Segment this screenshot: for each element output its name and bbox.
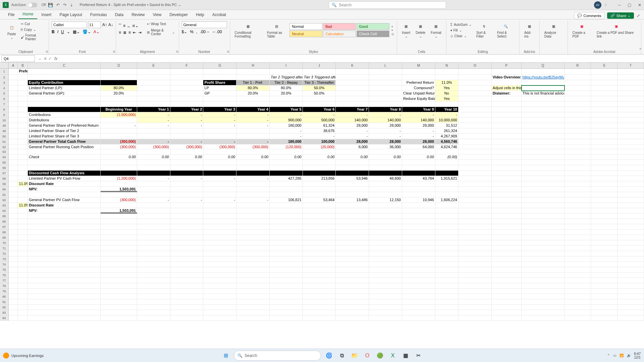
cell[interactable]	[402, 294, 435, 299]
cell[interactable]	[618, 278, 644, 283]
cell[interactable]	[28, 214, 101, 219]
cell[interactable]	[203, 299, 236, 305]
font-name-select[interactable]	[52, 21, 87, 28]
cell[interactable]: Preferred Return	[402, 80, 435, 85]
cell[interactable]	[459, 230, 492, 235]
cell[interactable]: -	[203, 176, 236, 181]
cell[interactable]	[28, 75, 101, 80]
cell[interactable]	[203, 315, 236, 321]
cell[interactable]	[170, 310, 204, 315]
cell[interactable]	[369, 230, 402, 235]
cell[interactable]	[522, 149, 565, 155]
cell[interactable]	[618, 310, 644, 315]
cell[interactable]	[522, 283, 565, 289]
cell[interactable]: -	[236, 139, 270, 144]
excel-taskbar-icon[interactable]: X	[388, 351, 397, 360]
cell[interactable]	[565, 197, 591, 203]
cell[interactable]	[236, 278, 270, 283]
cell[interactable]	[203, 294, 236, 299]
cell[interactable]: Distributions	[28, 118, 101, 123]
app-icon[interactable]: ▦	[401, 351, 410, 360]
cell[interactable]	[170, 187, 204, 192]
cell[interactable]: -	[236, 118, 270, 123]
col-header-O[interactable]: O	[459, 63, 492, 68]
cell[interactable]	[137, 214, 170, 219]
row-header[interactable]: 81	[0, 299, 9, 305]
cell[interactable]	[170, 160, 204, 165]
row-header[interactable]: 9	[0, 112, 9, 118]
cell[interactable]: -	[203, 139, 236, 144]
format-table-button[interactable]: ▤Format as Table	[265, 21, 288, 39]
cell[interactable]	[236, 299, 270, 305]
row-header[interactable]: 68	[0, 230, 9, 235]
increase-decimal-icon[interactable]: .00→	[200, 29, 210, 34]
cell[interactable]	[565, 155, 591, 160]
cell[interactable]	[435, 165, 459, 171]
cell[interactable]	[522, 134, 565, 139]
align-bottom-icon[interactable]: ⎽	[127, 23, 130, 28]
style-good[interactable]: Good	[357, 23, 389, 30]
tab-file[interactable]: File	[4, 10, 18, 19]
cell[interactable]	[618, 102, 644, 107]
cell[interactable]	[591, 123, 618, 128]
cell[interactable]	[28, 224, 101, 230]
copilot-icon[interactable]: 🌀	[324, 351, 334, 360]
cell[interactable]	[565, 85, 591, 91]
cell[interactable]	[236, 208, 270, 214]
cell[interactable]	[236, 69, 270, 75]
fill-color-button[interactable]: 🪣⌄	[83, 29, 91, 34]
cell[interactable]	[492, 224, 522, 230]
cell[interactable]	[137, 299, 170, 305]
cell[interactable]	[618, 289, 644, 294]
cell[interactable]	[137, 96, 170, 102]
cell[interactable]	[459, 107, 492, 112]
cell[interactable]	[492, 219, 522, 224]
cell[interactable]	[336, 181, 369, 187]
row-header[interactable]: 49	[0, 128, 9, 134]
cell[interactable]	[203, 251, 236, 256]
cell[interactable]	[101, 96, 137, 102]
cell[interactable]: Tier 3 Triggered after equity repaid.	[303, 75, 336, 80]
cell[interactable]	[522, 208, 565, 214]
cell[interactable]	[28, 107, 101, 112]
cell[interactable]	[170, 235, 204, 240]
cell[interactable]	[9, 294, 18, 299]
tray-chevron-icon[interactable]: ⌃	[607, 354, 610, 357]
cell[interactable]	[618, 139, 644, 144]
cell[interactable]	[565, 139, 591, 144]
cell[interactable]	[18, 219, 28, 224]
cell[interactable]	[591, 273, 618, 278]
cell[interactable]	[203, 240, 236, 246]
cell[interactable]	[522, 197, 565, 203]
cell[interactable]	[28, 278, 101, 283]
cell[interactable]	[522, 219, 565, 224]
cell[interactable]	[101, 230, 137, 235]
cell[interactable]	[369, 294, 402, 299]
cell[interactable]	[618, 197, 644, 203]
cell[interactable]	[402, 203, 435, 208]
row-header[interactable]: 7	[0, 102, 9, 107]
cell[interactable]	[522, 289, 565, 294]
cell[interactable]	[459, 289, 492, 294]
cell[interactable]	[565, 315, 591, 321]
cell[interactable]	[203, 208, 236, 214]
cell[interactable]	[203, 187, 236, 192]
cell[interactable]: -	[170, 197, 204, 203]
cell[interactable]	[270, 289, 303, 294]
cell[interactable]	[101, 149, 137, 155]
cell[interactable]	[101, 165, 137, 171]
cell[interactable]	[303, 256, 336, 262]
row-header[interactable]: 78	[0, 283, 9, 289]
tab-review[interactable]: Review	[127, 10, 149, 19]
align-center-icon[interactable]: ≣	[123, 30, 126, 35]
row-header[interactable]: 60	[0, 187, 9, 192]
cell[interactable]	[618, 315, 644, 321]
cell[interactable]	[618, 240, 644, 246]
cell[interactable]	[270, 251, 303, 256]
cell[interactable]	[591, 230, 618, 235]
cell[interactable]	[170, 208, 204, 214]
cell[interactable]	[435, 240, 459, 246]
cell[interactable]	[459, 134, 492, 139]
cell[interactable]	[618, 294, 644, 299]
cell[interactable]	[28, 235, 101, 240]
